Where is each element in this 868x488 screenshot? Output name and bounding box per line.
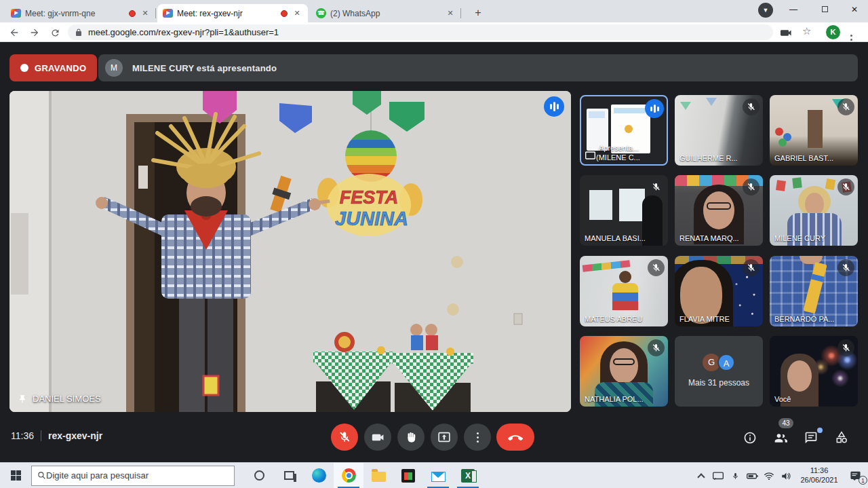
mic-muted-icon — [648, 179, 665, 195]
profile-avatar[interactable]: K — [826, 25, 840, 39]
tile-more-people[interactable]: G A Mais 31 pessoas — [675, 336, 763, 407]
present-screen-button[interactable] — [431, 424, 458, 451]
taskbar-clock[interactable]: 11:36 26/06/2021 — [795, 466, 843, 485]
mail-button[interactable] — [423, 463, 453, 488]
tab-title: (2) WhatsApp — [330, 9, 437, 18]
tray-battery-button[interactable] — [745, 463, 760, 488]
festa-sign-text2: JUNINA — [335, 208, 408, 229]
tile-milene[interactable]: MILENE CURY — [770, 175, 858, 246]
tile-guilherme[interactable]: GUILHERME R... — [675, 95, 763, 166]
new-tab-button[interactable]: + — [471, 6, 486, 21]
forward-button[interactable] — [26, 24, 43, 41]
window-close-button[interactable]: ✕ — [841, 0, 868, 19]
chat-notification-dot — [817, 428, 823, 433]
mic-muted-icon — [648, 339, 665, 356]
media-control-icon[interactable]: ▼ — [758, 3, 773, 18]
tile-self[interactable]: Você — [770, 336, 858, 407]
recording-indicator: GRAVANDO — [9, 54, 97, 81]
videocam-icon — [372, 432, 384, 443]
tile-name: NATHALIA POL... — [585, 395, 665, 403]
store-button[interactable] — [393, 463, 423, 488]
present-to-all-icon — [438, 432, 450, 443]
tile-name: GUILHERME R... — [679, 154, 760, 162]
tile-presentation[interactable]: Apresenta... (MILENE C... — [580, 95, 668, 166]
tile-name: MANUELA BASI... — [585, 234, 665, 242]
excel-button[interactable]: X — [453, 463, 483, 488]
bookmark-star-icon[interactable]: ☆ — [802, 25, 811, 37]
search-input[interactable] — [46, 470, 229, 481]
notification-center-button[interactable]: 1 — [845, 463, 865, 488]
browser-tab-strip: Meet: gjx-vnrm-qne ✕ Meet: rex-gxev-njr … — [0, 0, 868, 22]
meet-bottom-bar: 11:36 rex-gxev-njr 43 — [0, 413, 868, 462]
tile-renata[interactable]: RENATA MARQ... — [675, 175, 763, 246]
microphone-icon — [732, 471, 739, 481]
tile-flavia[interactable]: FLAVIA MITRE — [675, 256, 763, 326]
chrome-button[interactable] — [334, 463, 363, 488]
tab-whatsapp[interactable]: ☎ (2) WhatsApp ✕ — [311, 4, 461, 22]
tile-gabriel[interactable]: GABRIEL BAST... — [770, 95, 858, 166]
camera-toggle-button[interactable] — [364, 424, 391, 451]
taskbar-search[interactable] — [31, 466, 235, 486]
tile-name: BERNARDO PA... — [774, 315, 855, 323]
folder-icon — [372, 472, 386, 482]
window-restore-button[interactable] — [811, 0, 838, 19]
mail-icon — [431, 472, 446, 482]
wifi-icon — [764, 472, 774, 480]
show-people-button[interactable] — [772, 429, 789, 447]
call-end-icon — [508, 434, 523, 440]
meeting-details-button[interactable] — [741, 429, 759, 447]
tile-manuela[interactable]: MANUELA BASI... — [580, 175, 668, 246]
tray-chevron-button[interactable] — [694, 463, 709, 488]
mic-muted-icon — [837, 259, 854, 276]
info-icon — [743, 431, 757, 445]
tile-name: FLAVIA MITRE — [679, 315, 760, 323]
tab-meet-gjx[interactable]: Meet: gjx-vnrm-qne ✕ — [5, 4, 156, 22]
tile-name: MILENE CURY — [774, 234, 855, 242]
cortana-button[interactable] — [244, 463, 274, 488]
tray-cast-button[interactable] — [711, 463, 726, 488]
raise-hand-button[interactable] — [397, 424, 425, 451]
address-bar[interactable]: meet.google.com/rex-gxev-njr?pli=1&authu… — [68, 24, 773, 40]
tile-bernardo[interactable]: BERNARDO PA... — [770, 256, 858, 326]
whatsapp-favicon-icon: ☎ — [316, 8, 326, 18]
tab-recording-icon — [129, 10, 136, 17]
tab-meet-rex[interactable]: Meet: rex-gxev-njr ✕ — [157, 4, 308, 22]
clock-time: 11:36 — [11, 430, 34, 441]
file-explorer-button[interactable] — [363, 463, 393, 488]
task-view-icon — [284, 471, 294, 480]
mic-toggle-button[interactable] — [331, 424, 358, 451]
tab-close-icon[interactable]: ✕ — [445, 8, 456, 19]
tab-close-icon[interactable]: ✕ — [292, 8, 302, 19]
window-minimize-button[interactable]: — — [780, 0, 807, 19]
browser-navbar: meet.google.com/rex-gxev-njr?pli=1&authu… — [0, 22, 868, 42]
presenting-text: MILENE CURY está apresentando — [132, 63, 277, 73]
presenting-banner: M MILENE CURY está apresentando — [98, 54, 858, 81]
mic-off-icon — [338, 431, 351, 443]
tray-mic-button[interactable] — [728, 463, 743, 488]
tray-wifi-button[interactable] — [762, 463, 776, 488]
meet-favicon-icon — [163, 9, 173, 18]
tab-close-icon[interactable]: ✕ — [140, 8, 151, 19]
tile-nathalia[interactable]: NATHALIA POL... — [580, 336, 668, 407]
mic-muted-icon — [837, 179, 854, 195]
tray-volume-button[interactable] — [778, 463, 793, 488]
activities-button[interactable] — [833, 429, 850, 447]
chat-icon — [804, 431, 818, 445]
excel-icon: X — [461, 469, 475, 483]
tray-date: 26/06/2021 — [795, 476, 843, 485]
more-options-button[interactable] — [464, 424, 491, 451]
main-video-daniel[interactable]: FESTA JUNINA — [9, 91, 571, 412]
more-people-label: Mais 31 pessoas — [675, 378, 763, 388]
back-button[interactable] — [5, 24, 23, 41]
start-button[interactable] — [0, 463, 31, 488]
edge-button[interactable] — [304, 463, 334, 488]
leave-call-button[interactable] — [496, 424, 534, 451]
task-view-button[interactable] — [274, 463, 304, 488]
tile-mateus[interactable]: MATEUS ABREU — [580, 256, 668, 326]
search-icon — [37, 471, 46, 480]
tab-camera-icon[interactable] — [777, 24, 795, 41]
recording-dot-icon — [20, 64, 28, 72]
mic-muted-icon — [648, 259, 665, 276]
reload-button[interactable] — [46, 24, 64, 41]
chrome-icon — [342, 468, 356, 483]
